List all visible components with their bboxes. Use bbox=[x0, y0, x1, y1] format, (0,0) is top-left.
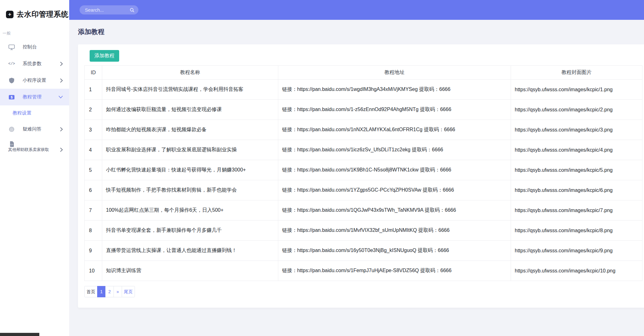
pagination-page-1[interactable]: 1 bbox=[97, 286, 106, 297]
sidebar-section-label: 一般 bbox=[0, 31, 69, 36]
cell-id: 10 bbox=[85, 261, 102, 281]
file-code-icon: <> bbox=[8, 141, 15, 147]
table-row: 8 抖音书单变现课全套，新手兼职操作每个月多赚几千 链接：https://pan… bbox=[85, 221, 642, 241]
table-row: 4 职业发展和副业选择课，了解职业发展底层逻辑和副业实操 链接：https://… bbox=[85, 140, 642, 160]
main-area: 添加教程 添加教程 ID 教程名称 教程地址 教程封面图片 1 抖音同城号-实 bbox=[69, 0, 644, 308]
pagination-last[interactable]: 尾页 bbox=[122, 286, 135, 297]
table-row: 7 100%起店网红点第三期，每个月操作6天，日入500+ 链接：https:/… bbox=[85, 200, 642, 221]
sidebar: + 去水印管理系统 一般 控制台 </> 系统参数 小程序设置 bbox=[0, 0, 69, 336]
sidebar-item-other-help[interactable]: <> 其他帮助联系卖家获取 bbox=[0, 137, 69, 155]
sidebar-item-label: 控制台 bbox=[23, 44, 37, 50]
cell-image: https://qsyb.ufwsss.com/images/kcpic/6.p… bbox=[511, 180, 642, 200]
cell-name: 知识博主训练营 bbox=[102, 261, 278, 281]
cell-image: https://qsyb.ufwsss.com/images/kcpic/2.p… bbox=[511, 100, 642, 120]
cell-link: 链接：https://pan.baidu.com/s/16y50T0e3NjBg… bbox=[278, 241, 511, 261]
page-title: 添加教程 bbox=[78, 27, 644, 36]
desktop-icon bbox=[8, 44, 15, 50]
search-input[interactable] bbox=[85, 7, 130, 13]
table-row: 5 小红书孵化营快速起量项目：快速起号获得曝光，月躺赚3000+ 链接：http… bbox=[85, 160, 642, 180]
cell-link: 链接：https://pan.baidu.com/s/1QGJwP43x9sTW… bbox=[278, 200, 511, 221]
cell-image: https://qsyb.ufwsss.com/images/kcpic/1.p… bbox=[511, 80, 642, 100]
sidebar-item-label: 系统参数 bbox=[23, 61, 42, 67]
cell-image: https://qsyb.ufwsss.com/images/kcpic/5.p… bbox=[511, 160, 642, 180]
table-row: 1 抖音同城号-实体店抖音引流营销实战课程，学会利用抖音拓客 链接：https:… bbox=[85, 80, 642, 100]
pagination-next[interactable]: » bbox=[114, 286, 122, 297]
pagination: 首页 1 2 » 尾页 bbox=[84, 286, 644, 297]
cell-image: https://qsyb.ufwsss.com/images/kcpic/7.p… bbox=[511, 200, 642, 221]
search-icon[interactable] bbox=[130, 8, 135, 13]
pagination-page-2[interactable]: 2 bbox=[105, 286, 114, 297]
cell-link: 链接：https://pan.baidu.com/s/1nNX2LAMYKXaL… bbox=[278, 120, 511, 140]
cell-link: 链接：https://pan.baidu.com/s/1wgdIM3hgA34x… bbox=[278, 80, 511, 100]
sidebar-item-label: 教程管理 bbox=[23, 94, 42, 100]
cell-name: 如何通过改编获取巨额流量，短视频引流变现必修课 bbox=[102, 100, 278, 120]
app-title: 去水印管理系统 bbox=[17, 9, 69, 19]
plus-square-icon: + bbox=[6, 11, 14, 18]
chevron-right-icon bbox=[60, 148, 63, 152]
table-row: 2 如何通过改编获取巨额流量，短视频引流变现必修课 链接：https://pan… bbox=[85, 100, 642, 120]
cell-image: https://qsyb.ufwsss.com/images/kcpic/8.p… bbox=[511, 221, 642, 241]
cell-name: 快手短视频制作，手把手教你找素材到剪辑，新手也能学会 bbox=[102, 180, 278, 200]
cell-id: 3 bbox=[85, 120, 102, 140]
cell-name: 抖音书单变现课全套，新手兼职操作每个月多赚几千 bbox=[102, 221, 278, 241]
table-header-row: ID 教程名称 教程地址 教程封面图片 bbox=[85, 66, 642, 80]
cell-link: 链接：https://pan.baidu.com/s/1K9Bh1C-N5so8… bbox=[278, 160, 511, 180]
cell-id: 1 bbox=[85, 80, 102, 100]
sidebar-item-label: 疑难问答 bbox=[23, 126, 42, 132]
cell-name: 小红书孵化营快速起量项目：快速起号获得曝光，月躺赚3000+ bbox=[102, 160, 278, 180]
sidebar-item-miniprogram-settings[interactable]: 小程序设置 bbox=[0, 72, 69, 89]
cell-id: 5 bbox=[85, 160, 102, 180]
cell-image: https://qsyb.ufwsss.com/images/kcpic/3.p… bbox=[511, 120, 642, 140]
cell-link: 链接：https://pan.baidu.com/s/1-z56zEnnOd92… bbox=[278, 100, 511, 120]
fingerprint-icon bbox=[8, 126, 15, 132]
svg-text:<>: <> bbox=[10, 143, 13, 146]
chevron-right-icon bbox=[60, 62, 63, 66]
header-image: 教程封面图片 bbox=[511, 66, 642, 80]
cell-image: https://qsyb.ufwsss.com/images/kcpic/10.… bbox=[511, 261, 642, 281]
sidebar-subitem-tutorial-settings[interactable]: 教程设置 bbox=[0, 105, 69, 121]
cell-id: 9 bbox=[85, 241, 102, 261]
cell-name: 100%起店网红点第三期，每个月操作6天，日入500+ bbox=[102, 200, 278, 221]
tutorial-table: ID 教程名称 教程地址 教程封面图片 1 抖音同城号-实体店抖音引流营销实战课… bbox=[84, 65, 642, 281]
cell-id: 2 bbox=[85, 100, 102, 120]
table-row: 3 咋拍都能火的短视频表演课，短视频爆款必备 链接：https://pan.ba… bbox=[85, 120, 642, 140]
sidebar-item-tutorial-management[interactable]: $ 教程管理 bbox=[0, 89, 69, 105]
header-link: 教程地址 bbox=[278, 66, 511, 80]
cell-name: 直播带货运营线上实操课，让普通人也能通过直播赚到钱！ bbox=[102, 241, 278, 261]
sidebar-item-label: 其他帮助联系卖家获取 bbox=[8, 147, 49, 153]
search-box bbox=[80, 5, 138, 14]
status-bar bbox=[0, 333, 39, 336]
cell-name: 抖音同城号-实体店抖音引流营销实战课程，学会利用抖音拓客 bbox=[102, 80, 278, 100]
cell-name: 职业发展和副业选择课，了解职业发展底层逻辑和副业实操 bbox=[102, 140, 278, 160]
svg-text:$: $ bbox=[11, 95, 13, 99]
add-tutorial-button[interactable]: 添加教程 bbox=[90, 50, 119, 62]
sidebar-item-console[interactable]: 控制台 bbox=[0, 39, 69, 55]
sidebar-item-label: 小程序设置 bbox=[23, 77, 46, 83]
topbar bbox=[69, 0, 644, 20]
cell-link: 链接：https://pan.baidu.com/s/1YZgps5GC-PCc… bbox=[278, 180, 511, 200]
cell-id: 7 bbox=[85, 200, 102, 221]
app-logo[interactable]: + 去水印管理系统 bbox=[0, 0, 69, 31]
sidebar-item-qa[interactable]: 疑难问答 bbox=[0, 121, 69, 137]
cell-link: 链接：https://pan.baidu.com/s/1icz6zSv_UfsD… bbox=[278, 140, 511, 160]
sidebar-menu: 控制台 </> 系统参数 小程序设置 $ 教程管理 bbox=[0, 39, 69, 155]
cell-image: https://qsyb.ufwsss.com/images/kcpic/4.p… bbox=[511, 140, 642, 160]
cell-link: 链接：https://pan.baidu.com/s/1FempJ7uHjAEp… bbox=[278, 261, 511, 281]
pagination-first[interactable]: 首页 bbox=[84, 286, 97, 297]
cell-name: 咋拍都能火的短视频表演课，短视频爆款必备 bbox=[102, 120, 278, 140]
chevron-down-icon bbox=[58, 96, 63, 98]
sidebar-item-system-params[interactable]: </> 系统参数 bbox=[0, 55, 69, 72]
table-row: 6 快手短视频制作，手把手教你找素材到剪辑，新手也能学会 链接：https://… bbox=[85, 180, 642, 200]
cell-id: 4 bbox=[85, 140, 102, 160]
chevron-right-icon bbox=[60, 78, 63, 83]
chevron-right-icon bbox=[60, 127, 63, 132]
table-row: 9 直播带货运营线上实操课，让普通人也能通过直播赚到钱！ 链接：https://… bbox=[85, 241, 642, 261]
cell-id: 6 bbox=[85, 180, 102, 200]
tutorial-card: 添加教程 ID 教程名称 教程地址 教程封面图片 1 抖音同城号-实体店抖音引流… bbox=[78, 44, 644, 308]
shield-icon bbox=[8, 78, 15, 83]
code-icon: </> bbox=[8, 62, 15, 66]
cell-image: https://qsyb.ufwsss.com/images/kcpic/9.p… bbox=[511, 241, 642, 261]
header-name: 教程名称 bbox=[102, 66, 278, 80]
header-id: ID bbox=[85, 66, 102, 80]
cell-id: 8 bbox=[85, 221, 102, 241]
